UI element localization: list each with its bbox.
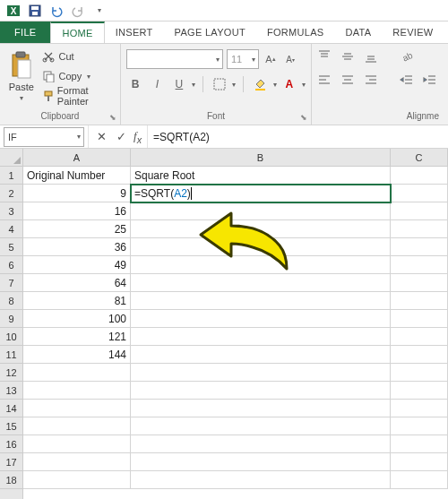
row-header[interactable]: 3 — [0, 202, 22, 220]
row-header[interactable]: 17 — [0, 453, 22, 471]
cell[interactable] — [23, 453, 131, 471]
row-header[interactable]: 8 — [0, 292, 22, 310]
align-middle-button[interactable] — [340, 49, 358, 67]
enter-formula-button[interactable]: ✓ — [114, 130, 128, 143]
cell[interactable] — [391, 328, 448, 346]
align-center-button[interactable] — [340, 73, 358, 90]
column-header-c[interactable]: C — [391, 149, 448, 166]
borders-button[interactable] — [211, 74, 228, 94]
column-header-a[interactable]: A — [23, 149, 131, 166]
cell[interactable] — [131, 382, 391, 400]
row-header[interactable]: 7 — [0, 274, 22, 292]
worksheet-grid[interactable]: 123456789101112131415161718 A B C Origin… — [0, 149, 448, 499]
cell[interactable]: 100 — [23, 310, 131, 328]
clipboard-dialog-launcher[interactable]: ⬊ — [108, 112, 118, 123]
underline-button[interactable]: U — [170, 74, 188, 94]
fx-icon[interactable]: fx — [134, 129, 142, 145]
font-name-combo[interactable]: ▾ — [126, 49, 223, 69]
cell[interactable] — [131, 292, 391, 310]
cell[interactable] — [131, 310, 391, 328]
cell[interactable] — [391, 167, 448, 185]
column-header-b[interactable]: B — [131, 149, 391, 166]
font-color-button[interactable]: A — [280, 74, 298, 94]
cell[interactable] — [131, 220, 391, 238]
tab-file[interactable]: FILE — [0, 22, 50, 43]
cell[interactable] — [23, 471, 131, 489]
decrease-font-icon[interactable]: A▾ — [282, 49, 298, 69]
tab-formulas[interactable]: FORMULAS — [256, 22, 335, 43]
cut-button[interactable]: Cut — [42, 47, 115, 65]
cell[interactable]: Original Number — [23, 167, 131, 185]
increase-indent-button[interactable] — [423, 73, 441, 90]
cell[interactable]: 81 — [23, 292, 131, 310]
cell[interactable] — [391, 185, 448, 202]
cell[interactable] — [131, 238, 391, 256]
cell[interactable]: 25 — [23, 220, 131, 238]
row-header[interactable]: 11 — [0, 346, 22, 364]
cell[interactable] — [23, 364, 131, 382]
cell[interactable] — [131, 435, 391, 453]
cell[interactable] — [391, 256, 448, 274]
tab-home[interactable]: HOME — [50, 22, 104, 43]
row-header[interactable]: 1 — [0, 167, 22, 185]
cell[interactable] — [23, 417, 131, 435]
font-size-combo[interactable]: 11 ▾ — [227, 49, 259, 69]
cell[interactable] — [131, 471, 391, 489]
row-header[interactable]: 13 — [0, 382, 22, 400]
cell[interactable] — [391, 220, 448, 238]
cell[interactable] — [23, 435, 131, 453]
row-header[interactable]: 9 — [0, 310, 22, 328]
cell[interactable] — [131, 453, 391, 471]
cell[interactable] — [391, 382, 448, 400]
align-right-button[interactable] — [364, 73, 382, 90]
align-left-button[interactable] — [317, 73, 335, 90]
cell[interactable] — [23, 382, 131, 400]
row-header[interactable]: 16 — [0, 435, 22, 453]
row-header[interactable]: 2 — [0, 185, 22, 202]
cell[interactable] — [391, 471, 448, 489]
cell[interactable] — [131, 400, 391, 417]
fill-color-button[interactable] — [251, 74, 269, 94]
customize-qat-caret[interactable]: ▾ — [90, 1, 109, 21]
cell[interactable]: 64 — [23, 274, 131, 292]
font-dialog-launcher[interactable]: ⬊ — [298, 112, 309, 123]
cell[interactable]: 144 — [23, 346, 131, 364]
paste-button[interactable]: Paste ▾ — [5, 47, 37, 105]
italic-button[interactable]: I — [148, 74, 166, 94]
cell[interactable]: 121 — [23, 328, 131, 346]
cell[interactable] — [391, 400, 448, 417]
row-header[interactable]: 6 — [0, 256, 22, 274]
cell[interactable] — [391, 202, 448, 220]
row-header[interactable]: 15 — [0, 417, 22, 435]
cell[interactable]: 9 — [23, 185, 131, 202]
format-painter-button[interactable]: Format Painter — [42, 87, 115, 105]
tab-insert[interactable]: INSERT — [105, 22, 164, 43]
bold-button[interactable]: B — [126, 74, 144, 94]
cancel-formula-button[interactable]: ✕ — [94, 130, 108, 143]
increase-font-icon[interactable]: A▴ — [263, 49, 279, 69]
cell[interactable] — [131, 417, 391, 435]
cell[interactable] — [391, 274, 448, 292]
align-top-button[interactable] — [317, 49, 335, 67]
cell[interactable] — [131, 364, 391, 382]
save-icon[interactable] — [25, 1, 45, 21]
cell[interactable] — [391, 435, 448, 453]
orientation-button[interactable]: ab — [400, 49, 418, 67]
cell[interactable] — [391, 364, 448, 382]
copy-button[interactable]: Copy ▾ — [42, 67, 115, 85]
cell[interactable]: 16 — [23, 202, 131, 220]
tab-data[interactable]: DATA — [334, 22, 382, 43]
cell[interactable] — [391, 453, 448, 471]
cell[interactable] — [391, 310, 448, 328]
row-header[interactable]: 14 — [0, 400, 22, 417]
cell[interactable]: 36 — [23, 238, 131, 256]
tab-review[interactable]: REVIEW — [382, 22, 444, 43]
cell[interactable] — [131, 346, 391, 364]
select-all-button[interactable] — [0, 149, 22, 167]
formula-bar[interactable]: =SQRT(A2) — [147, 125, 448, 148]
row-header[interactable]: 4 — [0, 220, 22, 238]
decrease-indent-button[interactable] — [400, 73, 418, 90]
cell[interactable]: Square Root — [131, 167, 391, 185]
row-header[interactable]: 12 — [0, 364, 22, 382]
row-header[interactable]: 10 — [0, 328, 22, 346]
